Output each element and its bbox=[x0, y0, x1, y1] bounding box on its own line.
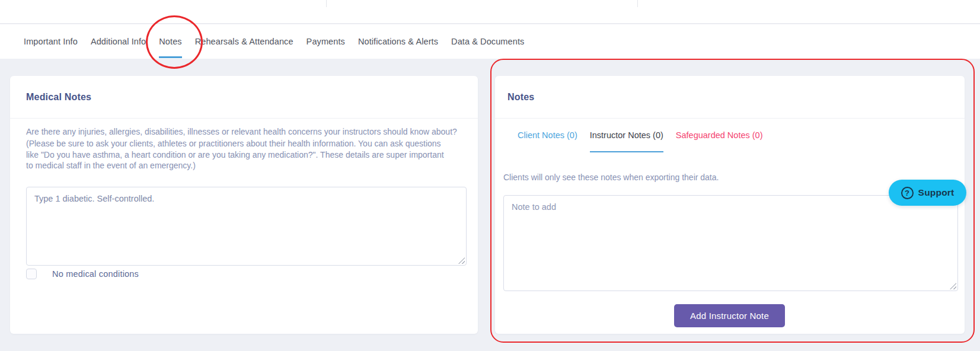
tab-payments[interactable]: Payments bbox=[300, 24, 352, 59]
medical-notes-header: Medical Notes bbox=[10, 76, 478, 119]
guidance-line: (Please be sure to ask your clients, ath… bbox=[26, 138, 444, 149]
subtab-safeguarded-notes[interactable]: Safeguarded Notes(0) bbox=[676, 130, 763, 143]
active-subtab-underline bbox=[590, 151, 663, 152]
tab-label: Data & Documents bbox=[451, 37, 524, 46]
column-divider bbox=[637, 0, 638, 7]
no-medical-conditions-label: No medical conditions bbox=[52, 269, 139, 279]
tab-label: Additional Info bbox=[91, 37, 146, 46]
no-medical-conditions-row: No medical conditions bbox=[26, 269, 139, 279]
notes-title: Notes bbox=[507, 92, 534, 103]
notes-sub-tabs: Client Notes(0) Instructor Notes(0) Safe… bbox=[518, 130, 762, 143]
medical-notes-textarea[interactable]: Type 1 diabetic. Self-controlled. bbox=[27, 187, 466, 265]
guidance-line: to medical staff in the event of an emer… bbox=[26, 160, 444, 171]
subtab-count: (0) bbox=[752, 130, 763, 140]
subtab-label: Safeguarded Notes bbox=[676, 130, 750, 140]
subtab-instructor-notes[interactable]: Instructor Notes(0) bbox=[590, 130, 663, 143]
subtab-label: Instructor Notes bbox=[590, 130, 650, 140]
notes-card: Notes Client Notes(0) Instructor Notes(0… bbox=[495, 76, 965, 334]
tab-notes[interactable]: Notes bbox=[152, 24, 188, 59]
notes-export-info-text: Clients will only see these notes when e… bbox=[503, 173, 719, 182]
note-to-add-textarea-wrap bbox=[503, 195, 958, 291]
medical-notes-textarea-wrap: Type 1 diabetic. Self-controlled. bbox=[26, 187, 467, 266]
no-medical-conditions-checkbox[interactable] bbox=[26, 269, 37, 279]
medical-question-text: Are there any injuries, allergies, disab… bbox=[26, 126, 457, 138]
support-label: Support bbox=[918, 187, 955, 198]
support-button[interactable]: ? Support bbox=[889, 180, 966, 206]
note-to-add-textarea[interactable] bbox=[504, 196, 957, 291]
tab-data-documents[interactable]: Data & Documents bbox=[445, 24, 531, 59]
tab-label: Notifications & Alerts bbox=[358, 37, 438, 46]
subtab-client-notes[interactable]: Client Notes(0) bbox=[518, 130, 577, 143]
question-icon: ? bbox=[901, 187, 914, 199]
top-strip bbox=[0, 0, 980, 24]
medical-guidance-text: (Please be sure to ask your clients, ath… bbox=[26, 138, 444, 171]
tab-rehearsals-attendance[interactable]: Rehearsals & Attendance bbox=[189, 24, 300, 59]
subtab-count: (0) bbox=[567, 130, 577, 140]
tab-notifications-alerts[interactable]: Notifications & Alerts bbox=[352, 24, 445, 59]
guidance-line: like "Do you have asthma, a heart condit… bbox=[26, 149, 444, 161]
tab-label: Notes bbox=[159, 37, 181, 46]
subtab-label: Client Notes bbox=[518, 130, 564, 140]
medical-notes-card: Medical Notes Are there any injuries, al… bbox=[10, 76, 478, 334]
column-divider bbox=[326, 0, 327, 7]
tab-label: Rehearsals & Attendance bbox=[195, 37, 293, 46]
notes-header: Notes bbox=[495, 76, 965, 119]
tab-label: Important Info bbox=[24, 37, 78, 46]
profile-tab-bar: Important Info Additional Info Notes Reh… bbox=[0, 24, 980, 59]
add-instructor-note-button[interactable]: Add Instructor Note bbox=[674, 304, 785, 327]
tab-additional-info[interactable]: Additional Info bbox=[84, 24, 152, 59]
tab-important-info[interactable]: Important Info bbox=[17, 24, 84, 59]
active-tab-underline bbox=[159, 56, 181, 58]
subtab-count: (0) bbox=[653, 130, 663, 140]
tab-label: Payments bbox=[307, 37, 345, 46]
medical-notes-title: Medical Notes bbox=[26, 92, 91, 103]
